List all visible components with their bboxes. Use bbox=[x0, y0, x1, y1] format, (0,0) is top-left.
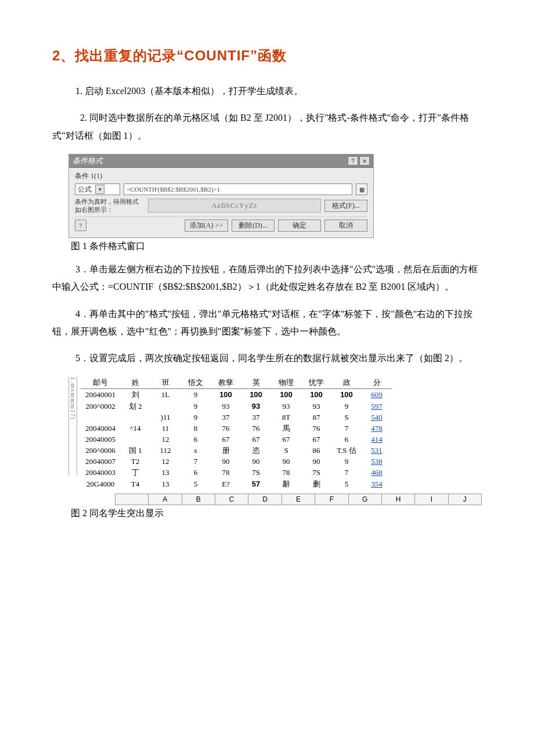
dialog-help-icon[interactable]: ? bbox=[75, 219, 86, 231]
column-letter-cell: C bbox=[215, 494, 248, 505]
column-letter-cell: I bbox=[415, 494, 448, 505]
table-header-cell: 政 bbox=[331, 377, 362, 389]
table-row: 20040001刘1L9100100100100100609 bbox=[81, 388, 392, 401]
table-row: 200^0002划 29939393939597 bbox=[81, 401, 392, 412]
table-cell: 90 bbox=[211, 456, 241, 467]
table-cell: 20040007 bbox=[81, 456, 120, 467]
table-row: 20040005126676767676414 bbox=[81, 434, 392, 445]
step-2-text: 2. 同时选中数据所在的单元格区域（如 B2 至 J2001），执行"格式-条件… bbox=[52, 113, 469, 140]
table-cell: T4 bbox=[120, 478, 150, 490]
table-cell: 11 bbox=[150, 423, 181, 434]
table-cell: s bbox=[181, 445, 211, 456]
table-cell: 7 bbox=[331, 467, 362, 478]
format-button[interactable]: 格式(F)... bbox=[324, 200, 367, 212]
table-cell: 538 bbox=[362, 456, 392, 467]
table-header-cell: 物理 bbox=[271, 377, 301, 389]
table-cell: 7S bbox=[301, 467, 331, 478]
add-button[interactable]: 添加(A) >> bbox=[185, 219, 228, 232]
formula-text: =COUNTIF($B$2:$B$2001,$B2)>1 bbox=[127, 186, 220, 193]
table-cell: ^14 bbox=[120, 423, 150, 434]
table-cell: 100 bbox=[211, 388, 241, 401]
column-letter-cell: J bbox=[448, 494, 481, 505]
table-cell: 20G4000 bbox=[81, 478, 120, 490]
table-cell: 丁 bbox=[120, 467, 150, 478]
table-cell: 414 bbox=[362, 434, 392, 445]
table-cell: 8T bbox=[271, 412, 301, 423]
formula-input[interactable]: =COUNTIF($B$2:$B$2001,$B2)>1 bbox=[124, 183, 352, 195]
table-cell: 87 bbox=[301, 412, 331, 423]
help-icon[interactable]: ? bbox=[348, 156, 358, 165]
table-cell: 100 bbox=[331, 388, 362, 401]
table-row: 20G4000T4135E?57辭删5354 bbox=[81, 478, 392, 490]
dialog-controls: ? ✕ bbox=[348, 156, 370, 165]
table-header-cell: 忧学 bbox=[301, 377, 331, 389]
table-cell: 531 bbox=[362, 445, 392, 456]
table-cell: 删 bbox=[301, 478, 331, 490]
figure-2-table: 1.msmmm17l 邮号姓班悟文教孳英物理忧学政分 20040001刘1L91… bbox=[68, 377, 482, 490]
table-cell: 76 bbox=[211, 423, 241, 434]
table-cell: 78 bbox=[211, 467, 241, 478]
dialog-title: 条件格式 bbox=[73, 156, 103, 166]
table-cell: 馬 bbox=[271, 423, 301, 434]
table-cell: )11 bbox=[150, 412, 181, 423]
step-2: 2. 同时选中数据所在的单元格区域（如 B2 至 J2001），执行"格式-条件… bbox=[52, 109, 482, 145]
format-preview: AaBbCcYyZz bbox=[148, 199, 321, 213]
table-cell: 13 bbox=[150, 478, 181, 490]
ok-button[interactable]: 确定 bbox=[278, 219, 321, 232]
table-cell: 67 bbox=[211, 434, 241, 445]
column-letter-cell: A bbox=[149, 494, 182, 505]
table-cell: 6 bbox=[181, 467, 211, 478]
step-4: 4．再单击其中的"格式"按钮，弹出"单元格格式"对话框，在"字体"标签下，按"颜… bbox=[52, 305, 482, 341]
table-cell: 20040003 bbox=[81, 467, 120, 478]
table-cell: 5 bbox=[181, 478, 211, 490]
table-cell: 78 bbox=[271, 467, 301, 478]
table-header-cell: 悟文 bbox=[181, 377, 211, 389]
figure-1-caption: 图 1 条件格式窗口 bbox=[52, 240, 482, 253]
table-cell: 597 bbox=[362, 401, 392, 412]
table-cell: 9 bbox=[181, 401, 211, 412]
table-cell: 468 bbox=[362, 467, 392, 478]
condition-type-dropdown[interactable]: 公式 ▾ bbox=[75, 183, 120, 195]
table-cell: 100 bbox=[241, 388, 271, 401]
conditional-format-dialog: 条件格式 ? ✕ 条件 1(1) 公式 ▾ =COUNTIF($B$2:$B$2… bbox=[68, 154, 374, 238]
table-cell: 5 bbox=[331, 478, 362, 490]
preview-hint: 条件为真时，待用格式如右图所示： bbox=[75, 197, 145, 214]
table-cell: 9 bbox=[331, 456, 362, 467]
table-cell bbox=[81, 412, 120, 423]
table-cell bbox=[150, 401, 181, 412]
range-picker-icon[interactable]: ▦ bbox=[356, 183, 367, 195]
table-cell: 9 bbox=[181, 412, 211, 423]
table-cell: 12 bbox=[150, 456, 181, 467]
table-cell: 9 bbox=[181, 388, 211, 401]
delete-button[interactable]: 删除(D)... bbox=[232, 219, 275, 232]
spreadsheet-column-headers: ABCDEFGHIJ bbox=[115, 494, 482, 505]
table-cell bbox=[120, 412, 150, 423]
table-cell: 540 bbox=[362, 412, 392, 423]
cancel-button[interactable]: 取消 bbox=[324, 219, 367, 232]
table-cell: S bbox=[331, 412, 362, 423]
table-cell: 93 bbox=[241, 401, 271, 412]
table-cell: 200^0006 bbox=[81, 445, 120, 456]
table-cell: 67 bbox=[271, 434, 301, 445]
table-cell: T.S 估 bbox=[331, 445, 362, 456]
condition-type-value: 公式 bbox=[78, 185, 92, 195]
table-cell: 7 bbox=[331, 423, 362, 434]
step-3: 3．单击最左侧方框右边的下拉按钮，在随后弹出的下拉列表中选择"公式"选项，然后在… bbox=[52, 261, 482, 296]
column-letter-cell: H bbox=[381, 494, 414, 505]
table-header-cell: 邮号 bbox=[81, 377, 120, 389]
table-cell: 册 bbox=[211, 445, 241, 456]
table-cell: 划 2 bbox=[120, 401, 150, 412]
table-cell: 200^0002 bbox=[81, 401, 120, 412]
dialog-titlebar: 条件格式 ? ✕ bbox=[69, 154, 373, 168]
table-cell: 76 bbox=[241, 423, 271, 434]
step-5: 5．设置完成后，两次按确定按钮返回，同名学生所在的数据行就被突出显示出来了（如图… bbox=[52, 350, 482, 367]
close-icon[interactable]: ✕ bbox=[359, 156, 370, 165]
table-header-cell: 姓 bbox=[120, 377, 150, 389]
table-cell: 609 bbox=[362, 388, 392, 401]
section-heading: 2、找出重复的记录“COUNTIF”函数 bbox=[52, 46, 482, 65]
table-cell: 12 bbox=[150, 434, 181, 445]
table-cell: 6 bbox=[331, 434, 362, 445]
table-header-cell: 班 bbox=[150, 377, 181, 389]
table-header-cell: 教孳 bbox=[211, 377, 241, 389]
table-header-cell: 分 bbox=[362, 377, 392, 389]
